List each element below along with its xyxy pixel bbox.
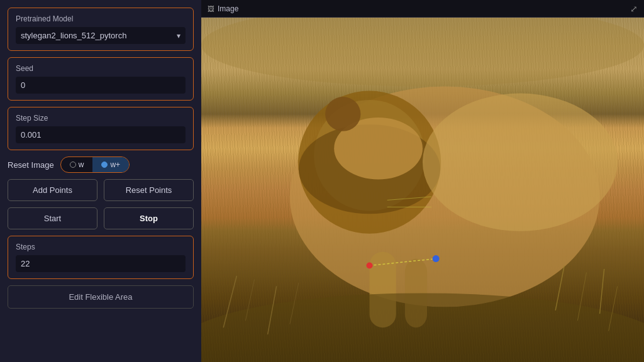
seed-label: Seed <box>16 64 186 73</box>
lion-svg-overlay <box>201 18 644 362</box>
steps-input[interactable] <box>16 255 186 272</box>
svg-point-7 <box>325 97 360 131</box>
step-size-input[interactable] <box>16 126 186 143</box>
w-toggle-group: w w+ <box>60 156 130 173</box>
image-tab: 🖼 Image <box>208 4 238 13</box>
pretrained-model-dropdown-wrapper: stylegan2_lions_512_pytorch stylegan2_ff… <box>16 27 186 44</box>
stop-button[interactable]: Stop <box>104 207 194 229</box>
pretrained-model-select[interactable]: stylegan2_lions_512_pytorch stylegan2_ff… <box>16 27 186 44</box>
start-button[interactable]: Start <box>8 207 97 229</box>
pretrained-model-section: Pretrained Model stylegan2_lions_512_pyt… <box>8 8 194 51</box>
svg-point-8 <box>423 94 618 231</box>
left-panel: Pretrained Model stylegan2_lions_512_pyt… <box>0 0 201 362</box>
reset-image-label: Reset Image <box>8 160 54 170</box>
wplus-toggle-button[interactable]: w+ <box>92 157 129 172</box>
points-btn-row: Add Points Reset Points <box>8 179 194 201</box>
wplus-radio-dot <box>101 162 108 168</box>
start-stop-btn-row: Start Stop <box>8 207 194 229</box>
steps-label: Steps <box>16 243 186 251</box>
image-header: 🖼 Image ⤢ <box>201 0 644 18</box>
right-panel: 🖼 Image ⤢ <box>201 0 644 362</box>
svg-point-24 <box>433 255 440 262</box>
steps-section: Steps <box>8 236 194 279</box>
reset-image-row: Reset Image w w+ <box>8 156 194 173</box>
w-label: w <box>79 160 84 169</box>
step-size-label: Step Size <box>16 114 186 123</box>
lion-image <box>201 18 644 362</box>
svg-point-23 <box>367 263 373 269</box>
step-size-section: Step Size <box>8 107 194 150</box>
seed-section: Seed <box>8 57 194 101</box>
maximize-icon[interactable]: ⤢ <box>630 4 638 14</box>
image-tab-label: Image <box>218 4 238 13</box>
image-container <box>201 18 644 362</box>
add-points-button[interactable]: Add Points <box>8 179 97 201</box>
pretrained-model-label: Pretrained Model <box>16 14 186 23</box>
w-radio-dot <box>70 162 76 168</box>
wplus-label: w+ <box>110 160 120 169</box>
edit-flexible-area-button[interactable]: Edit Flexible Area <box>8 285 194 309</box>
seed-input[interactable] <box>16 77 186 94</box>
reset-points-button[interactable]: Reset Points <box>104 179 194 201</box>
w-toggle-button[interactable]: w <box>61 157 93 172</box>
image-tab-icon: 🖼 <box>208 5 214 13</box>
